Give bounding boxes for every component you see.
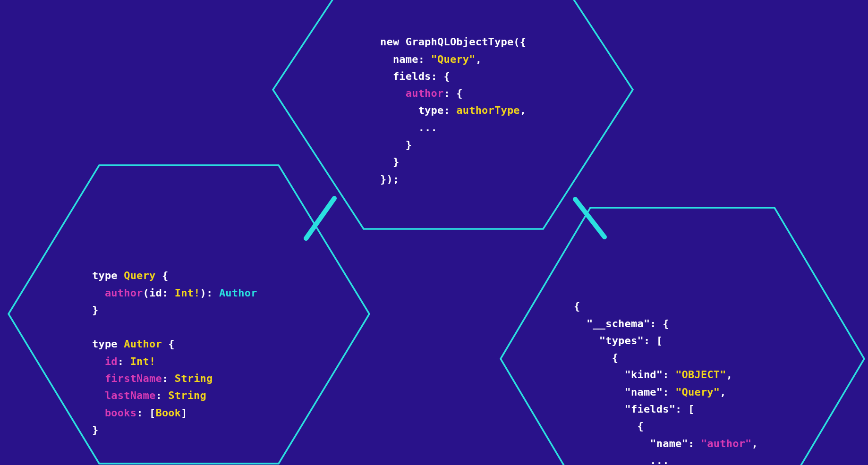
code-token: } <box>92 424 98 436</box>
code-token: { <box>574 352 618 364</box>
code-token: firstName <box>92 372 162 384</box>
code-token: } <box>380 139 412 151</box>
code-token: ] <box>181 407 187 419</box>
code-token: "Query" <box>431 53 476 65</box>
code-token: (id: <box>143 287 175 299</box>
code-token: Author <box>219 287 257 299</box>
code-token: "Query" <box>675 386 720 398</box>
code-token: author <box>380 87 443 99</box>
code-token: ): <box>200 287 219 299</box>
code-token: "kind": <box>574 369 675 380</box>
code-token: Int! <box>175 287 200 299</box>
connector-top-right <box>575 199 604 237</box>
code-token: "name": <box>574 438 701 449</box>
code-token: , <box>520 104 526 116</box>
connector-top-left <box>306 198 334 238</box>
code-block-top: new GraphQLObjectType({ name: "Query", f… <box>380 17 526 188</box>
diagram-stage: new GraphQLObjectType({ name: "Query", f… <box>0 0 868 465</box>
code-token: new <box>380 36 399 48</box>
code-token: "OBJECT" <box>675 369 726 380</box>
code-token: { <box>162 338 175 350</box>
code-token: : [ <box>136 407 155 419</box>
code-token: { <box>574 420 644 432</box>
code-token: books <box>92 407 136 419</box>
code-token: String <box>168 389 206 401</box>
code-token: GraphQLObjectType({ <box>399 36 526 48</box>
code-token: "__schema": { <box>574 318 669 330</box>
code-token: String <box>175 372 213 384</box>
code-token: author <box>92 287 143 299</box>
code-token: Book <box>155 407 181 419</box>
code-token: name: <box>380 53 431 65</box>
code-token: type <box>92 338 118 350</box>
code-token: id <box>92 355 118 367</box>
code-token: : <box>118 355 130 367</box>
code-token: "author" <box>701 438 752 449</box>
code-token: : { <box>443 87 462 99</box>
code-token: type <box>92 270 118 281</box>
code-token: lastName <box>92 389 155 401</box>
code-token: }); <box>380 173 399 185</box>
code-token: Int! <box>130 355 156 367</box>
code-token: authorType <box>456 104 519 116</box>
code-token: Query <box>118 270 156 281</box>
code-token: "name": <box>574 386 675 398</box>
code-token: } <box>380 156 399 168</box>
code-token: Author <box>118 338 162 350</box>
code-block-right: { "__schema": { "types": [ { "kind": "OB… <box>574 281 758 465</box>
code-token: , <box>476 53 482 65</box>
code-token: : <box>155 389 168 401</box>
code-token: } <box>92 304 98 316</box>
code-token: { <box>155 270 168 281</box>
code-token: ... <box>574 455 669 465</box>
code-token: : <box>162 372 175 384</box>
code-token: "types": [ <box>574 335 663 347</box>
code-token: , <box>751 438 757 449</box>
code-block-left: type Query { author(id: Int!): Author } … <box>92 250 257 439</box>
code-token: type: <box>380 104 456 116</box>
code-token: , <box>726 369 732 380</box>
code-token: { <box>574 300 580 312</box>
code-token: ... <box>380 122 437 134</box>
code-token: "fields": [ <box>574 403 694 415</box>
code-token: , <box>720 386 726 398</box>
code-token: fields: { <box>380 70 450 82</box>
